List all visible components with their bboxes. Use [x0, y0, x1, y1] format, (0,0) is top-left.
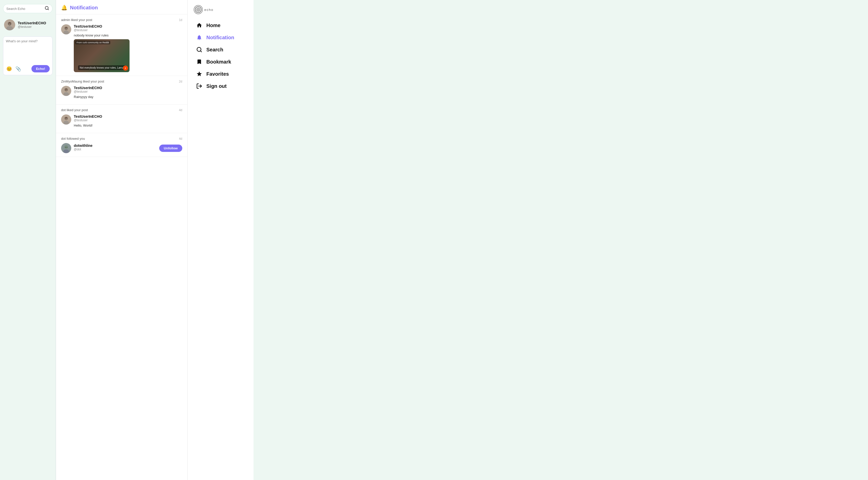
post-body-3: TestUserInECHO @testuser Hello, World! [74, 114, 182, 129]
right-sidebar: echo Home Notification Search Bookmark F… [188, 0, 253, 480]
nav-item-favorites[interactable]: Favorites [194, 68, 247, 79]
notification-time-3: 4d [179, 108, 182, 112]
svg-line-1 [48, 9, 49, 10]
post-text-1: nobody know your rules [74, 33, 182, 37]
post-handle-3: @testuser [74, 118, 182, 122]
main-content: 🔔 Notification admin liked your post 1d [56, 0, 188, 480]
post-actions: 😊 📎 Echo! [6, 65, 50, 72]
post-text-3: Hello, World! [74, 124, 182, 127]
post-body-2: TestUserInECHO @testuser Rainyyyy day [74, 86, 182, 101]
attach-button[interactable]: 📎 [15, 66, 22, 72]
search-bar [3, 4, 53, 13]
svg-point-24 [64, 145, 68, 149]
post-preview-3: TestUserInECHO @testuser Hello, World! [61, 114, 182, 129]
reddit-badge: r [123, 66, 128, 71]
post-textarea[interactable] [6, 39, 50, 62]
post-user-4: dotwithline [74, 143, 93, 147]
svg-line-32 [200, 51, 202, 52]
echo-submit-button[interactable]: Echo! [31, 65, 50, 72]
post-box: 😊 📎 Echo! [3, 36, 53, 75]
emoji-button[interactable]: 😊 [6, 66, 12, 72]
mini-avatar-4 [61, 143, 71, 153]
post-body-4: dotwithline @dot [74, 143, 93, 153]
favorites-icon [196, 71, 203, 77]
nav-item-signout[interactable]: Sign out [194, 80, 247, 92]
svg-point-7 [10, 24, 11, 25]
nav-label-bookmark: Bookmark [206, 59, 231, 65]
left-sidebar: TestUserInECHO @testuser 😊 📎 Echo! [0, 0, 56, 480]
notification-meta-1: admin liked your post 1d [61, 18, 182, 22]
notification-time-4: 4d [179, 137, 182, 140]
post-icons: 😊 📎 [6, 66, 22, 72]
notification-action-1: admin liked your post [61, 18, 92, 22]
notification-action-2: ZinMyoMaung liked your post [61, 79, 104, 83]
post-body-1: TestUserInECHO @testuser nobody know you… [74, 24, 182, 72]
svg-point-28 [195, 7, 201, 13]
notification-time-1: 1d [179, 18, 182, 22]
home-icon [196, 22, 203, 28]
nav-label-signout: Sign out [206, 83, 227, 89]
post-user-2: TestUserInECHO [74, 86, 182, 90]
search-input[interactable] [6, 7, 42, 11]
echo-logo-icon [194, 5, 203, 14]
echo-logo-text: echo [204, 8, 213, 12]
svg-point-21 [67, 118, 67, 119]
nav-item-search[interactable]: Search [194, 44, 247, 55]
post-preview-1: TestUserInECHO @testuser nobody know you… [61, 24, 182, 72]
bell-icon: 🔔 [61, 5, 67, 11]
notification-action-3: dot liked your post [61, 108, 88, 112]
nav-label-favorites: Favorites [206, 71, 229, 77]
svg-point-30 [197, 9, 199, 10]
reddit-source-label: From curb community on Reddit [75, 41, 110, 44]
nav-label-home: Home [206, 23, 221, 28]
signout-icon [196, 83, 203, 89]
notification-item-2: ZinMyoMaung liked your post 2d TestUserI… [56, 76, 187, 105]
user-info: TestUserInECHO @testuser [18, 21, 46, 29]
svg-point-20 [65, 118, 66, 119]
post-handle-2: @testuser [74, 90, 182, 94]
svg-point-29 [196, 8, 200, 11]
post-preview-2: TestUserInECHO @testuser Rainyyyy day [61, 86, 182, 101]
notification-item-1: admin liked your post 1d TestUserInECHO … [56, 14, 187, 76]
notification-meta-4: dot followed you 4d [61, 137, 182, 140]
avatar [4, 19, 15, 30]
user-profile: TestUserInECHO @testuser [3, 17, 53, 32]
post-text-2: Rainyyyy day [74, 95, 182, 99]
svg-point-11 [67, 28, 67, 29]
nav-label-search: Search [206, 47, 223, 53]
post-handle-4: @dot [74, 147, 93, 151]
mini-avatar-2 [61, 86, 71, 96]
mini-avatar-1 [61, 24, 71, 34]
notification-meta-2: ZinMyoMaung liked your post 2d [61, 79, 182, 83]
mini-avatar-3 [61, 114, 71, 125]
svg-point-26 [67, 147, 67, 148]
notification-header: 🔔 Notification [56, 0, 187, 14]
svg-point-6 [9, 24, 9, 25]
svg-point-16 [67, 90, 67, 91]
notification-icon [196, 34, 203, 40]
svg-point-10 [65, 28, 66, 29]
notification-meta-3: dot liked your post 4d [61, 108, 182, 112]
echo-logo: echo [194, 5, 247, 14]
user-handle: @testuser [18, 25, 46, 29]
svg-point-25 [65, 147, 66, 148]
svg-point-15 [65, 90, 66, 91]
search-button[interactable] [44, 6, 49, 11]
notification-item-3: dot liked your post 4d TestUserInECHO @t… [56, 105, 187, 133]
nav-item-home[interactable]: Home [194, 20, 247, 31]
bookmark-icon [196, 59, 203, 65]
notification-title: Notification [70, 5, 98, 11]
nav-label-notification: Notification [206, 35, 234, 40]
post-preview-4: dotwithline @dot Unfollow [61, 143, 182, 153]
username: TestUserInECHO [18, 21, 46, 25]
nav-item-bookmark[interactable]: Bookmark [194, 56, 247, 67]
post-image-caption-1: Not everybody knows your rules, Larry! [78, 65, 125, 70]
post-image-1: From curb community on Reddit Not everyb… [74, 39, 129, 72]
post-handle-1: @testuser [74, 28, 182, 32]
post-user-1: TestUserInECHO [74, 24, 182, 28]
post-user-3: TestUserInECHO [74, 114, 182, 118]
unfollow-button[interactable]: Unfollow [159, 144, 182, 152]
nav-item-notification[interactable]: Notification [194, 32, 247, 43]
notification-time-2: 2d [179, 80, 182, 83]
notification-action-4: dot followed you [61, 137, 85, 140]
